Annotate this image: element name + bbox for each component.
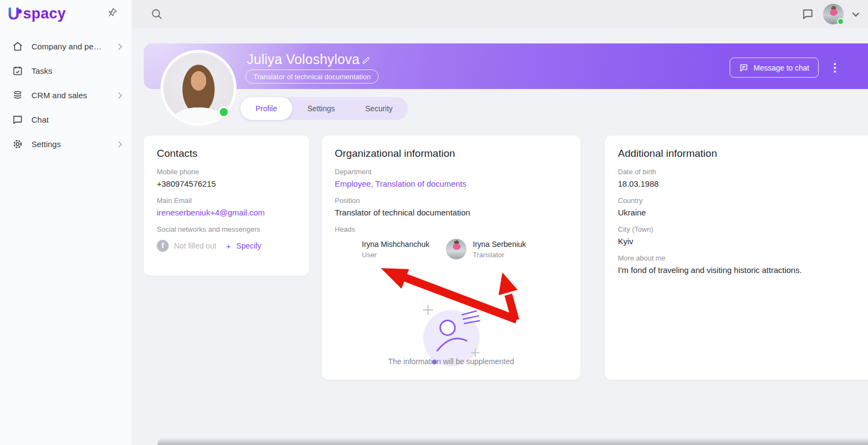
pin-sidebar-icon[interactable] bbox=[107, 7, 118, 20]
profile-name: Juliya Voloshylova bbox=[247, 52, 360, 67]
crm-icon bbox=[12, 90, 23, 101]
social-label: Social networks and messengers bbox=[157, 225, 296, 233]
chevron-right-icon bbox=[116, 43, 122, 49]
dob-label: Date of birth bbox=[618, 168, 868, 176]
chevron-right-icon bbox=[116, 92, 122, 98]
heads-label: Heads bbox=[335, 225, 567, 233]
sidebar-item-label: Settings bbox=[31, 139, 117, 149]
card-title: Contacts bbox=[157, 148, 296, 160]
sidebar-item-company[interactable]: Company and pe… bbox=[0, 34, 132, 59]
department-label: Department bbox=[335, 168, 567, 176]
topbar-right bbox=[801, 0, 861, 28]
chat-bubble-icon[interactable] bbox=[801, 8, 814, 21]
sidebar-item-chat[interactable]: Chat bbox=[0, 107, 132, 132]
contacts-card: Contacts Mobile phone +380974576215 Main… bbox=[144, 136, 309, 276]
more-options-kebab-icon[interactable] bbox=[830, 61, 840, 75]
tab-profile[interactable]: Profile bbox=[240, 97, 292, 120]
home-icon bbox=[12, 41, 23, 52]
avatar bbox=[335, 239, 355, 259]
sidebar-item-settings[interactable]: Settings bbox=[0, 132, 132, 156]
about-label: More about me bbox=[618, 254, 868, 262]
avatar bbox=[446, 239, 467, 259]
country-label: Country bbox=[618, 196, 868, 205]
facebook-icon: f bbox=[157, 240, 169, 252]
logo-u-glyph: U bbox=[8, 5, 20, 22]
email-link[interactable]: ireneserbeniuk+4@gmail.com bbox=[157, 208, 296, 217]
city-value: Kyiv bbox=[618, 237, 868, 246]
card-title: Organizational information bbox=[335, 148, 567, 160]
sidebar-nav: Company and pe… Tasks CRM and sales Chat bbox=[0, 34, 132, 156]
online-status-dot bbox=[218, 106, 229, 118]
head-name: Iryna Serbeniuk bbox=[473, 240, 526, 249]
phone-label: Mobile phone bbox=[157, 168, 296, 176]
settings-gear-icon bbox=[12, 138, 23, 150]
organizational-card: Organizational information Department Em… bbox=[322, 136, 580, 380]
edit-name-icon[interactable] bbox=[361, 55, 371, 65]
online-status-dot bbox=[837, 18, 844, 25]
uspacy-logo[interactable]: U spacy bbox=[8, 5, 66, 22]
bottom-shadow bbox=[157, 437, 868, 445]
topbar bbox=[132, 0, 868, 28]
empty-info-note: The information will be supplemented bbox=[322, 357, 580, 366]
phone-value: +380974576215 bbox=[157, 179, 296, 188]
dob-value: 18.03.1988 bbox=[618, 179, 868, 188]
department-separator: , bbox=[371, 179, 373, 188]
position-value: Translator of technical documentation bbox=[335, 208, 567, 217]
chevron-right-icon bbox=[116, 141, 122, 147]
sidebar-item-label: Tasks bbox=[31, 66, 121, 75]
tasks-icon bbox=[12, 65, 23, 77]
sidebar-item-label: Chat bbox=[31, 115, 121, 124]
sidebar-item-label: Company and pe… bbox=[31, 42, 117, 51]
head-person[interactable]: Iryna Mishchanchuk User bbox=[335, 239, 430, 259]
sidebar: U spacy Company and pe… Tasks CRM and sa… bbox=[0, 0, 132, 445]
head-role: Translator bbox=[473, 251, 526, 259]
card-title: Additional information bbox=[618, 148, 868, 160]
social-empty-text: Not filled out bbox=[174, 241, 216, 250]
tab-settings[interactable]: Settings bbox=[292, 97, 350, 120]
sidebar-item-crm[interactable]: CRM and sales bbox=[0, 83, 132, 107]
department-link[interactable]: Employee bbox=[335, 179, 371, 188]
logo-text: spacy bbox=[23, 5, 66, 22]
additional-card: Additional information Date of birth 18.… bbox=[605, 136, 868, 380]
email-label: Main Email bbox=[157, 196, 296, 205]
chevron-down-icon[interactable] bbox=[852, 10, 859, 17]
specify-link[interactable]: Specify bbox=[237, 241, 261, 250]
head-name: Iryna Mishchanchuk bbox=[362, 240, 430, 249]
chat-lines-icon bbox=[739, 63, 749, 73]
chat-icon bbox=[12, 114, 23, 125]
head-role: User bbox=[362, 251, 430, 259]
position-badge: Translator of technical documentation bbox=[245, 69, 379, 84]
specify-plus-icon[interactable]: + bbox=[226, 241, 231, 251]
message-to-chat-button[interactable]: Message to chat bbox=[730, 58, 819, 78]
profile-tabs: Profile Settings Security bbox=[240, 97, 408, 120]
sidebar-item-tasks[interactable]: Tasks bbox=[0, 59, 132, 83]
tab-security[interactable]: Security bbox=[350, 97, 408, 120]
profile-avatar[interactable] bbox=[161, 50, 237, 126]
user-avatar[interactable] bbox=[823, 4, 844, 24]
city-label: City (Town) bbox=[618, 225, 868, 233]
about-value: I'm fond of traveling and visiting histo… bbox=[618, 265, 868, 275]
head-person[interactable]: Iryna Serbeniuk Translator bbox=[446, 239, 526, 259]
sidebar-item-label: CRM and sales bbox=[31, 91, 117, 100]
search-icon[interactable] bbox=[150, 8, 163, 21]
department-link[interactable]: Translation of documents bbox=[375, 179, 467, 188]
position-label: Position bbox=[335, 196, 567, 205]
country-value: Ukraine bbox=[618, 208, 868, 217]
